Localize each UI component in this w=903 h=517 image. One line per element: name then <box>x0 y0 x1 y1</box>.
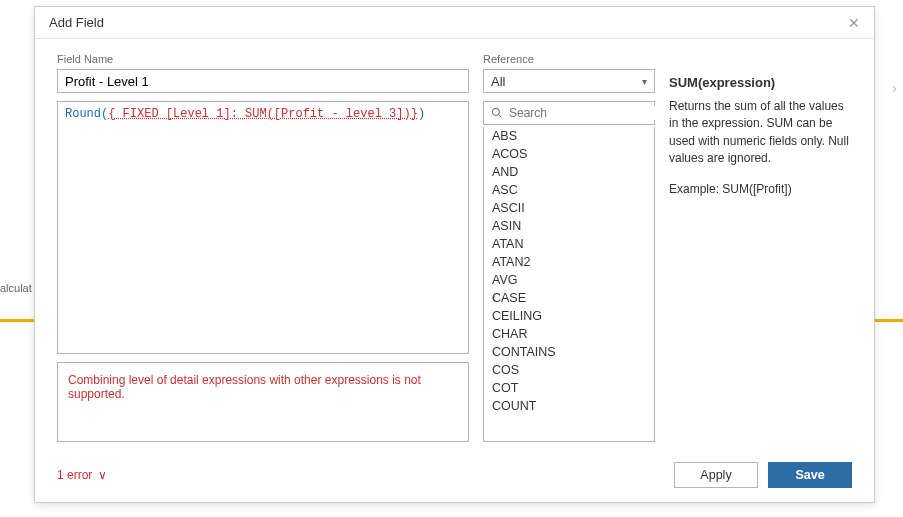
formula-error-token: { FIXED [Level 1]: SUM([Profit - level 3… <box>108 107 418 121</box>
left-column: Field Name Round({ FIXED [Level 1]: SUM(… <box>57 53 469 442</box>
chevron-down-icon: ∨ <box>98 468 107 482</box>
list-item[interactable]: ABS <box>484 127 654 145</box>
dialog-footer: 1 error ∨ Apply Save <box>35 452 874 502</box>
help-description: Returns the sum of all the values in the… <box>669 98 852 168</box>
reference-category-select[interactable]: All ▾ <box>483 69 655 93</box>
error-count-toggle[interactable]: 1 error ∨ <box>57 468 107 482</box>
svg-line-1 <box>499 115 502 118</box>
formula-function-token: Round <box>65 107 101 121</box>
close-icon[interactable]: ✕ <box>848 16 860 30</box>
list-item[interactable]: AND <box>484 163 654 181</box>
function-list[interactable]: ABS ACOS AND ASC ASCII ASIN ATAN ATAN2 A… <box>484 127 654 441</box>
background-fragment-text: alculat <box>0 282 35 302</box>
list-item[interactable]: ACOS <box>484 145 654 163</box>
list-item[interactable]: COT <box>484 379 654 397</box>
formula-paren-close: ) <box>418 107 425 121</box>
field-name-input[interactable] <box>57 69 469 93</box>
svg-point-0 <box>493 109 500 116</box>
dialog-title: Add Field <box>49 15 104 30</box>
dialog-header: Add Field ✕ <box>35 7 874 39</box>
error-count-text: 1 error <box>57 468 92 482</box>
function-search-wrap <box>483 101 655 125</box>
list-item[interactable]: ASC <box>484 181 654 199</box>
list-item[interactable]: CHAR <box>484 325 654 343</box>
overflow-chevron-right: › <box>892 80 897 96</box>
reference-label: Reference <box>483 53 655 65</box>
list-item[interactable]: ASIN <box>484 217 654 235</box>
chevron-down-icon: ▾ <box>642 76 647 87</box>
field-name-label: Field Name <box>57 53 469 65</box>
help-title: SUM(expression) <box>669 75 852 90</box>
list-item[interactable]: AVG <box>484 271 654 289</box>
add-field-dialog: Add Field ✕ Field Name Round({ FIXED [Le… <box>34 6 875 503</box>
footer-buttons: Apply Save <box>674 462 852 488</box>
list-item[interactable]: ASCII <box>484 199 654 217</box>
reference-selected-value: All <box>491 74 505 89</box>
list-item[interactable]: CONTAINS <box>484 343 654 361</box>
apply-button[interactable]: Apply <box>674 462 758 488</box>
middle-column: Reference All ▾ ABS ACOS AND ASC ASCII A… <box>483 53 655 442</box>
help-example: Example: SUM([Profit]) <box>669 182 852 196</box>
list-item[interactable]: ATAN <box>484 235 654 253</box>
function-search-input[interactable] <box>509 106 659 120</box>
dialog-body: Field Name Round({ FIXED [Level 1]: SUM(… <box>35 39 874 452</box>
list-item[interactable]: ATAN2 <box>484 253 654 271</box>
error-message-box: Combining level of detail expressions wi… <box>57 362 469 442</box>
save-button[interactable]: Save <box>768 462 852 488</box>
list-item[interactable]: COS <box>484 361 654 379</box>
right-column: SUM(expression) Returns the sum of all t… <box>669 53 852 442</box>
formula-editor[interactable]: Round({ FIXED [Level 1]: SUM([Profit - l… <box>57 101 469 354</box>
list-item[interactable]: COUNT <box>484 397 654 415</box>
list-item[interactable]: CASE <box>484 289 654 307</box>
search-icon <box>491 106 503 120</box>
list-item[interactable]: CEILING <box>484 307 654 325</box>
function-list-container: ABS ACOS AND ASC ASCII ASIN ATAN ATAN2 A… <box>483 127 655 442</box>
